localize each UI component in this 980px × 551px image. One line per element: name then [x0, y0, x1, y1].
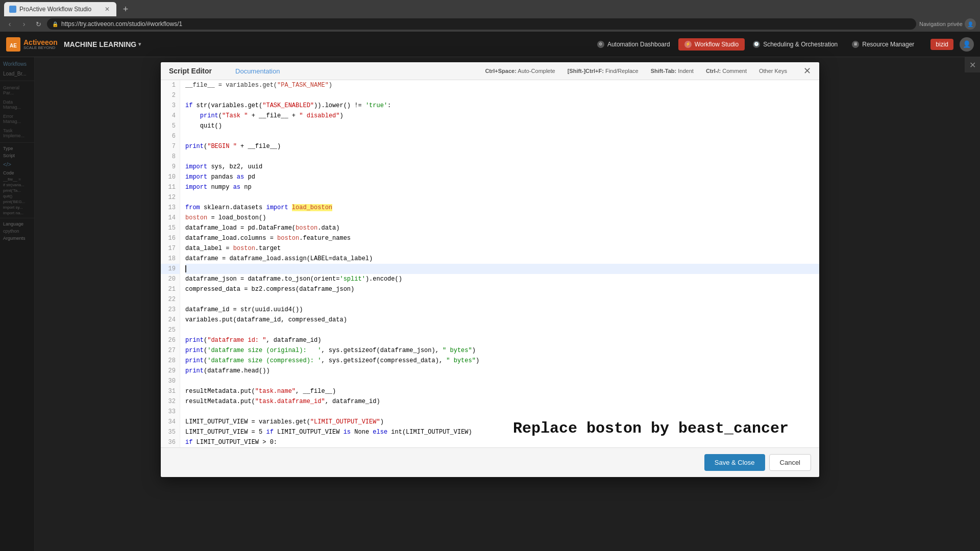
resource-manager-btn[interactable]: 🖥 Resource Manager: [846, 38, 920, 51]
browser-chrome: ProActive Workflow Studio ✕ + ‹ › ↻ 🔒 ht…: [0, 0, 980, 32]
line-num-29: 29: [161, 366, 180, 376]
workflow-studio-btn[interactable]: ⚡ Workflow Studio: [678, 38, 745, 51]
line-num-9: 9: [161, 162, 180, 172]
browser-toolbar: ‹ › ↻ 🔒 https://try.activeeon.com/studio…: [0, 16, 980, 32]
code-line-6: [185, 131, 819, 141]
code-line-4: print("Task " + __file__ + " disabled"): [185, 111, 819, 121]
code-line-23: dataframe_id = str(uuid.uuid4()): [185, 305, 819, 315]
nav-private-label: Navigation privée: [919, 21, 963, 27]
resource-icon: 🖥: [852, 41, 859, 48]
line-num-28: 28: [161, 356, 180, 366]
logo-text-block: Activeeon SCALE BEYOND: [23, 39, 58, 50]
save-close-button[interactable]: Save & Close: [704, 454, 765, 471]
line-num-3: 3: [161, 101, 180, 111]
modal-title: Script Editor: [169, 67, 212, 75]
new-tab-button[interactable]: +: [118, 2, 133, 16]
section-label: MACHINE LEARNING ▾: [64, 40, 141, 48]
app-header: AE Activeeon SCALE BEYOND MACHINE LEARNI…: [0, 32, 980, 57]
code-content[interactable]: __file__ = variables.get("PA_TASK_NAME")…: [180, 80, 819, 447]
back-button[interactable]: ‹: [4, 18, 15, 30]
line-num-21: 21: [161, 284, 180, 294]
workflow-label: Workflow Studio: [695, 41, 739, 48]
line-num-22: 22: [161, 294, 180, 305]
workflow-icon: ⚡: [684, 41, 692, 48]
code-line-35: LIMIT_OUTPUT_VIEW = 5 if LIMIT_OUTPUT_VI…: [185, 427, 819, 437]
code-line-33: [185, 407, 819, 417]
code-line-19: [185, 264, 819, 274]
code-line-7: print("BEGIN " + __file__): [185, 141, 819, 152]
line-num-36: 36: [161, 437, 180, 447]
svg-text:AE: AE: [10, 43, 17, 48]
code-line-16: dataframe_load.columns = boston.feature_…: [185, 233, 819, 243]
code-line-2: [185, 90, 819, 101]
section-dropdown-icon[interactable]: ▾: [138, 41, 141, 47]
code-line-34: LIMIT_OUTPUT_VIEW = variables.get("LIMIT…: [185, 417, 819, 427]
active-tab[interactable]: ProActive Workflow Studio ✕: [4, 2, 116, 16]
shortcut-autocomplete: Ctrl+Space: Auto-Complete: [485, 68, 555, 74]
code-line-36: if LIMIT_OUTPUT_VIEW > 0:: [185, 437, 819, 447]
code-editor: 1 2 3 4 5 6 7 8 9 10 11 12 13 14 15 16 1: [161, 80, 819, 447]
logo-main-text: Activeeon: [23, 39, 58, 46]
browser-menu[interactable]: Navigation privée 👤: [919, 18, 976, 30]
modal-shortcuts: Ctrl+Space: Auto-Complete [Shift-]Ctrl+F…: [485, 68, 787, 74]
line-num-33: 33: [161, 407, 180, 417]
resource-label: Resource Manager: [862, 41, 914, 48]
line-num-14: 14: [161, 213, 180, 223]
cancel-button[interactable]: Cancel: [769, 454, 811, 471]
code-line-10: import pandas as pd: [185, 172, 819, 182]
code-line-17: data_label = boston.target: [185, 243, 819, 254]
tab-title: ProActive Workflow Studio: [19, 6, 100, 13]
line-num-24: 24: [161, 315, 180, 325]
line-num-20: 20: [161, 274, 180, 284]
code-line-27: print('dataframe size (original): ', sys…: [185, 345, 819, 356]
user-avatar[interactable]: 👤: [960, 37, 974, 52]
forward-button[interactable]: ›: [18, 18, 30, 30]
line-num-5: 5: [161, 121, 180, 131]
line-num-10: 10: [161, 172, 180, 182]
tab-favicon: [9, 6, 16, 13]
code-line-11: import numpy as np: [185, 182, 819, 192]
code-line-15: dataframe_load = pd.DataFrame(boston.dat…: [185, 223, 819, 233]
code-line-29: print(dataframe.head()): [185, 366, 819, 376]
script-editor-modal: Script Editor Documentation Ctrl+Space: …: [161, 62, 819, 477]
tab-close-icon[interactable]: ✕: [103, 5, 111, 13]
user-button[interactable]: bizid: [930, 39, 953, 50]
line-num-6: 6: [161, 131, 180, 141]
shortcut-comment: Ctrl-/: Comment: [706, 68, 747, 74]
lock-icon: 🔒: [52, 21, 58, 27]
code-line-30: [185, 376, 819, 386]
line-num-16: 16: [161, 233, 180, 243]
code-line-1: __file__ = variables.get("PA_TASK_NAME"): [185, 80, 819, 90]
line-num-19: 19: [161, 264, 180, 274]
reload-button[interactable]: ↻: [33, 18, 44, 30]
line-num-30: 30: [161, 376, 180, 386]
shortcut-other: Other Keys: [759, 68, 787, 74]
code-line-32: resultMetadata.put("task.dataframe_id", …: [185, 396, 819, 407]
line-num-7: 7: [161, 141, 180, 152]
code-line-3: if str(variables.get("TASK_ENABLED")).lo…: [185, 101, 819, 111]
code-line-12: [185, 192, 819, 203]
code-line-25: [185, 325, 819, 335]
line-num-26: 26: [161, 335, 180, 345]
line-num-34: 34: [161, 417, 180, 427]
scheduling-btn[interactable]: 🕐 Scheduling & Orchestration: [747, 38, 844, 51]
modal-close-button[interactable]: ✕: [803, 66, 811, 76]
code-line-5: quit(): [185, 121, 819, 131]
automation-dashboard-btn[interactable]: ⚙ Automation Dashboard: [591, 38, 676, 51]
activeeon-logo-icon: AE: [6, 37, 20, 52]
line-num-18: 18: [161, 254, 180, 264]
line-num-4: 4: [161, 111, 180, 121]
shortcut-indent: Shift-Tab: Indent: [651, 68, 694, 74]
line-num-1: 1: [161, 80, 180, 90]
line-num-35: 35: [161, 427, 180, 437]
address-bar[interactable]: 🔒 https://try.activeeon.com/studio/#work…: [47, 18, 916, 30]
code-line-20: dataframe_json = dataframe.to_json(orien…: [185, 274, 819, 284]
shortcut-find: [Shift-]Ctrl+F: Find/Replace: [568, 68, 639, 74]
modal-header: Script Editor Documentation Ctrl+Space: …: [161, 62, 819, 80]
code-line-9: import sys, bz2, uuid: [185, 162, 819, 172]
url-text: https://try.activeeon.com/studio/#workfl…: [61, 20, 182, 28]
code-line-8: [185, 152, 819, 162]
modal-doc-link[interactable]: Documentation: [235, 67, 280, 75]
code-line-13: from sklearn.datasets import load_boston: [185, 203, 819, 213]
line-num-11: 11: [161, 182, 180, 192]
